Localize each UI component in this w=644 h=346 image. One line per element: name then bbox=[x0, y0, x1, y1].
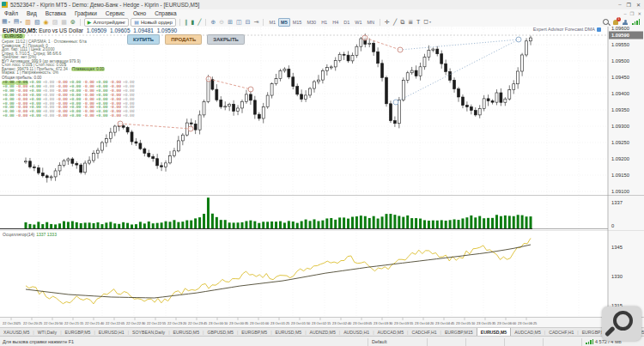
timeframe-mn[interactable]: MN bbox=[364, 18, 377, 27]
status-profile[interactable]: Default bbox=[368, 338, 427, 346]
svg-text:22 Oct 21:15: 22 Oct 21:15 bbox=[64, 321, 83, 325]
data-window-icon[interactable]: ▧ bbox=[33, 18, 42, 27]
svg-text:22 Oct 20:50: 22 Oct 20:50 bbox=[44, 321, 64, 325]
toolbar-separator bbox=[205, 19, 206, 26]
zoom-in-icon[interactable]: ⊕ bbox=[209, 18, 217, 27]
timeframe-m15[interactable]: M15 bbox=[290, 18, 305, 27]
timeframe-w1[interactable]: W1 bbox=[352, 18, 364, 27]
svg-text:23 Oct 00:10: 23 Oct 00:10 bbox=[209, 321, 228, 325]
toolbar-separator bbox=[380, 19, 380, 26]
profit-cell: -0.00 bbox=[55, 114, 69, 118]
algo-trading-button[interactable]: ▶Алготрейдинг bbox=[84, 18, 130, 27]
sell-button[interactable]: ПРОДАТЬ bbox=[165, 34, 202, 45]
menu-окно[interactable]: Окно bbox=[129, 10, 150, 16]
connection-status-icon bbox=[632, 19, 640, 25]
menu-сервис[interactable]: Сервис bbox=[101, 10, 129, 16]
profit-cell: +0.00 bbox=[122, 114, 136, 118]
timeframe-m1[interactable]: M1 bbox=[266, 18, 278, 27]
svg-text:23 Oct 03:30: 23 Oct 03:30 bbox=[374, 321, 393, 325]
svg-text:0: 0 bbox=[611, 223, 614, 228]
timeframe-h4[interactable]: H4 bbox=[330, 18, 341, 27]
close-button[interactable]: ✕ bbox=[636, 2, 641, 8]
new-chart-icon[interactable]: ▦▾ bbox=[0, 17, 12, 27]
profit-cell: -0.00 bbox=[82, 114, 95, 118]
market-watch-icon[interactable]: ▥ bbox=[23, 18, 33, 27]
new-order-button[interactable]: ▤Новый ордер bbox=[131, 18, 176, 27]
profiles-icon[interactable]: ▤▾ bbox=[12, 17, 24, 27]
timeframe-m5[interactable]: M5 bbox=[278, 18, 290, 27]
profit-cell: +0.00 bbox=[69, 114, 82, 118]
svg-text:23 Oct 06:25: 23 Oct 06:25 bbox=[518, 321, 537, 325]
svg-text:1.09350: 1.09350 bbox=[611, 107, 629, 112]
trade-marker[interactable] bbox=[362, 35, 368, 40]
svg-text:22 Oct 20:25: 22 Oct 20:25 bbox=[23, 321, 42, 325]
chart-close-button[interactable]: ✕ bbox=[637, 11, 641, 16]
toolbar-separator bbox=[80, 19, 81, 26]
timeframe-d1[interactable]: D1 bbox=[341, 18, 352, 27]
chart-symbol: EURUSD,M5: bbox=[3, 27, 37, 33]
fibo-icon[interactable]: ≣ bbox=[406, 18, 415, 27]
trade-marker[interactable] bbox=[206, 76, 211, 82]
trade-marker[interactable] bbox=[398, 47, 403, 52]
algo-trading-label: Алготрейдинг bbox=[93, 20, 125, 25]
status-cell-3 bbox=[504, 338, 543, 346]
grid-icon[interactable]: ⊞ bbox=[226, 18, 234, 27]
close-button[interactable]: ЗАКРЫТЬ bbox=[207, 34, 245, 45]
restore-button[interactable]: ❐ bbox=[627, 2, 631, 8]
tile-horizontal-icon[interactable]: ◫ bbox=[234, 18, 244, 27]
minimize-button[interactable]: – bbox=[618, 2, 621, 8]
svg-text:1.09450: 1.09450 bbox=[611, 75, 629, 80]
trade-marker[interactable] bbox=[516, 37, 521, 42]
notifications-icon[interactable]: 1 bbox=[613, 20, 618, 25]
menu-вставка[interactable]: Вставка bbox=[41, 10, 70, 16]
svg-text:23 Oct 03:55: 23 Oct 03:55 bbox=[394, 321, 413, 325]
svg-text:22 Oct 2025: 22 Oct 2025 bbox=[3, 321, 21, 325]
status-cell-2 bbox=[465, 338, 504, 346]
line-mode-icon[interactable]: ╱ bbox=[196, 18, 203, 27]
search-icon[interactable] bbox=[603, 19, 609, 25]
expert-advisor-label: Expert Advisor Forecast DMA bbox=[447, 27, 601, 32]
status-cell-4 bbox=[543, 338, 581, 346]
svg-text:1.09200: 1.09200 bbox=[611, 156, 629, 161]
user-icon[interactable] bbox=[623, 20, 628, 25]
text-icon[interactable]: T bbox=[415, 18, 422, 27]
trade-marker[interactable] bbox=[393, 100, 398, 105]
magnifier-icon bbox=[613, 311, 633, 331]
svg-text:1345: 1345 bbox=[611, 245, 623, 250]
chart-shift-icon[interactable]: ⇥ bbox=[252, 18, 261, 27]
svg-text:1.09150: 1.09150 bbox=[611, 173, 629, 178]
trade-marker[interactable] bbox=[118, 121, 123, 126]
status-help-text: Для вызова справки нажмите F1 bbox=[0, 339, 368, 344]
new-order-label: Новый ордер bbox=[141, 20, 173, 25]
svg-text:1337: 1337 bbox=[611, 200, 623, 205]
menu-вид[interactable]: Вид bbox=[22, 10, 41, 16]
svg-text:1.09100: 1.09100 bbox=[611, 189, 629, 194]
trade-marker[interactable] bbox=[248, 87, 253, 92]
ea-profit-table: Общая прибыль: 0.00 +0.00-0.00+0.00+0.00… bbox=[2, 76, 135, 118]
chart-restore-button[interactable]: ❐ bbox=[629, 11, 634, 16]
crosshair-icon[interactable]: ✛ bbox=[383, 18, 392, 27]
candles-mode-icon[interactable]: ▮ bbox=[189, 18, 196, 27]
shapes-icon[interactable]: ◻▾ bbox=[422, 17, 433, 27]
globe-icon[interactable]: ⊚ bbox=[69, 18, 77, 27]
trade-marker[interactable] bbox=[188, 126, 193, 131]
chart-minimize-button[interactable]: – bbox=[623, 11, 626, 16]
trendline-icon[interactable]: ╱ bbox=[392, 18, 398, 27]
menu-графики[interactable]: Графики bbox=[70, 10, 101, 16]
magnifier-overlay-button[interactable] bbox=[602, 307, 641, 341]
order-ticket-icon: ▤ bbox=[134, 19, 139, 25]
tile-vertical-icon[interactable]: ⊟ bbox=[244, 18, 252, 27]
bars-mode-icon[interactable]: ∥ bbox=[183, 18, 190, 27]
channel-icon[interactable]: ⧉ bbox=[398, 18, 406, 27]
lock-icon[interactable]: ◉ bbox=[42, 18, 51, 27]
menu-файл[interactable]: Файл bbox=[0, 10, 22, 16]
profit-cell: +0.00 bbox=[95, 114, 109, 118]
menu-справка[interactable]: Справка bbox=[150, 10, 181, 16]
dropdown-caret-icon: ▾ bbox=[9, 20, 10, 24]
buy-button[interactable]: КУПИТЬ bbox=[127, 34, 160, 45]
connection-bars-icon bbox=[586, 339, 593, 345]
timeframe-m30[interactable]: M30 bbox=[304, 18, 319, 27]
profit-cell: +0.00 bbox=[42, 114, 56, 118]
timeframe-h1[interactable]: H1 bbox=[319, 18, 330, 27]
ohlc-low: 1.09481 bbox=[133, 27, 154, 33]
